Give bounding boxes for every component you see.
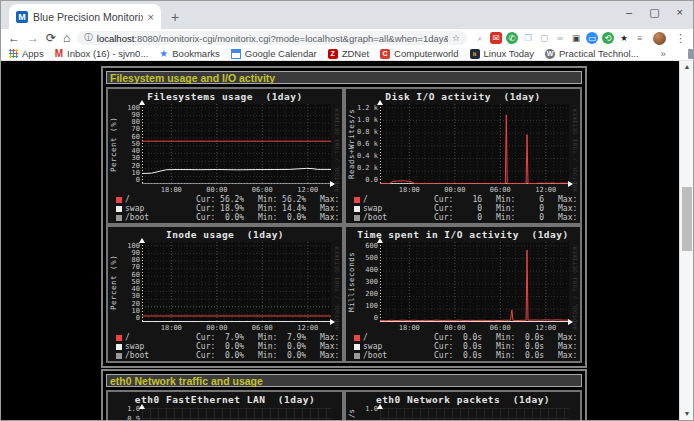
rrdtool-watermark: RRDTOOL / TOBI OETIKER xyxy=(334,108,340,192)
tab-close-icon[interactable]: × xyxy=(148,11,154,23)
y-tick: 30 xyxy=(116,155,140,162)
x-tick: 00:00 xyxy=(444,186,465,194)
x-axis-arrow-icon xyxy=(330,181,335,187)
chart-eth0-packets[interactable]: eth0 Network packets (1day) /s 1.0 xyxy=(346,392,580,420)
bookmark-label: Google Calendar xyxy=(245,48,317,59)
page-viewport: Filesystem usage and I/O activity Filesy… xyxy=(1,61,693,420)
bookmark-item[interactable]: Apps xyxy=(9,48,44,59)
home-button[interactable]: ⌂ xyxy=(63,32,70,44)
legend-row: /bootCur: 0.0%Min: 0.0%Max: 0.0% xyxy=(116,352,338,361)
chart-disk-io-activity[interactable]: Disk I/O activity (1day)Reads+Writes/s0.… xyxy=(346,89,580,223)
chart-eth0-traffic[interactable]: eth0 FastEthernet LAN (1day) 1.0 0.9 xyxy=(108,392,342,420)
charts-grid-filesystem: Filesystems usage (1day)Percent (%)01020… xyxy=(106,87,582,363)
page-scrollbar[interactable]: ▲ ▼ xyxy=(679,61,693,420)
y-tick: 80 xyxy=(116,119,140,126)
x-tick: 00:00 xyxy=(444,324,465,332)
profile-avatar[interactable] xyxy=(653,32,666,45)
rrdtool-watermark: RRDTOOL / TOBI OETIKER xyxy=(334,246,340,330)
legend-swatch xyxy=(354,344,360,350)
site-info-icon[interactable]: ⓘ xyxy=(84,32,93,44)
y-tick: 0.8 k xyxy=(354,128,378,135)
ext-mail-icon[interactable]: ✉ xyxy=(490,32,502,44)
chart-time-spent-io[interactable]: Time spent in I/O activity (1day)Millise… xyxy=(346,227,580,361)
url-text[interactable]: localhost:8080/monitorix-cgi/monitorix.c… xyxy=(97,33,448,44)
chart-svg xyxy=(380,104,569,184)
ext-pages-icon[interactable]: ❐ xyxy=(522,32,534,44)
chart-legend: /Cur: 7.9%Min: 7.9%Max: 7.9%swapCur: 0.0… xyxy=(108,333,342,361)
legend-value: Min: 0 xyxy=(496,214,558,223)
other-bookmarks-button[interactable]: Other bookmarks xyxy=(688,48,694,59)
section-network: eth0 Network traffic and usage eth0 Fast… xyxy=(101,369,587,420)
chart-inode-usage[interactable]: Inode usage (1day)Percent (%)01020304050… xyxy=(108,227,342,361)
legend-value: Cur: 0 xyxy=(434,214,496,223)
ext-search-icon[interactable]: ⌕ xyxy=(474,32,486,44)
legend-value: Cur: 0.0% xyxy=(196,214,258,223)
new-tab-button[interactable]: + xyxy=(171,10,179,24)
bookmark-item[interactable]: Google Calendar xyxy=(231,48,317,59)
section-title-filesystem: Filesystem usage and I/O activity xyxy=(106,71,582,84)
y-tick: 0.0 xyxy=(354,177,378,184)
minimize-button[interactable]: – xyxy=(626,6,632,19)
ext-gray-box-icon[interactable]: ▢ xyxy=(538,32,550,44)
ext-voice-icon[interactable]: ✆ xyxy=(506,32,518,44)
y-tick: 50 xyxy=(116,278,140,285)
series-swap xyxy=(142,168,331,173)
x-tick: 12:00 xyxy=(535,186,556,194)
browser-tab[interactable]: M Blue Precision Monitorix × xyxy=(9,4,161,29)
tab-title: Blue Precision Monitorix xyxy=(33,11,143,23)
x-tick: 12:00 xyxy=(535,324,556,332)
browser-window: M Blue Precision Monitorix × + – ▢ × ← →… xyxy=(0,0,694,421)
ext-dark-app-icon[interactable]: ▣ xyxy=(570,32,582,44)
browser-menu-icon[interactable]: ⋮ xyxy=(675,32,686,45)
scrollbar-thumb[interactable] xyxy=(682,187,692,251)
y-tick: 0 xyxy=(116,315,140,322)
y-tick: 1.2 k xyxy=(354,104,378,111)
bookmark-item[interactable]: ZZDNet xyxy=(328,48,369,59)
bookmarks-overflow-chevron[interactable]: » xyxy=(661,48,666,59)
y-tick: 1.0 xyxy=(116,405,140,413)
scroll-down-arrow-icon[interactable]: ▼ xyxy=(680,408,693,420)
legend-name: /boot xyxy=(354,214,434,223)
y-axis-arrow-icon xyxy=(377,100,383,105)
bookmark-star-icon[interactable]: ☆ xyxy=(452,33,460,43)
url-bar[interactable]: ⓘ localhost:8080/monitorix-cgi/monitorix… xyxy=(77,31,467,45)
legend-swatch xyxy=(354,353,360,359)
x-tick: 06:00 xyxy=(490,324,511,332)
browser-toolbar: ← → ⟳ ⌂ ⓘ localhost:8080/monitorix-cgi/m… xyxy=(1,29,693,47)
bookmark-item[interactable]: WPractical Technol... xyxy=(545,48,639,59)
y-tick: 80 xyxy=(116,257,140,264)
ext-pin-icon[interactable]: ★ xyxy=(618,32,630,44)
bookmark-item[interactable]: ★Bookmarks xyxy=(159,48,219,59)
scroll-up-arrow-icon[interactable]: ▲ xyxy=(680,61,693,73)
ext-green-sync-icon[interactable]: ⟲ xyxy=(602,32,614,44)
close-button[interactable]: × xyxy=(677,6,683,19)
reload-button[interactable]: ⟳ xyxy=(46,32,56,44)
maximize-button[interactable]: ▢ xyxy=(649,6,659,19)
ext-list-icon[interactable]: ≡ xyxy=(634,32,646,44)
y-tick: 500 xyxy=(354,254,378,261)
ext-blue-app-icon[interactable]: ▭ xyxy=(586,32,598,44)
y-tick: 20 xyxy=(116,162,140,169)
chart-filesystems-usage[interactable]: Filesystems usage (1day)Percent (%)01020… xyxy=(108,89,342,223)
forward-button[interactable]: → xyxy=(27,32,39,44)
x-tick: 18:00 xyxy=(399,186,420,194)
legend-value: Min: 0.0s xyxy=(496,352,558,361)
legend-value: Min: 0.0% xyxy=(258,214,320,223)
y-axis-arrow-icon xyxy=(139,404,145,409)
plot-canvas xyxy=(142,242,331,322)
y-tick: 90 xyxy=(116,249,140,256)
bookmark-item[interactable]: MInbox (16) - sjvn0... xyxy=(55,48,149,59)
ext-glasses-icon[interactable]: ∞ xyxy=(554,32,566,44)
bookmark-item[interactable]: ltLinux Today xyxy=(470,48,535,59)
window-controls: – ▢ × xyxy=(626,6,683,19)
x-tick: 12:00 xyxy=(297,324,318,332)
rrdtool-watermark: RRDTOOL / TOBI OETIKER xyxy=(572,108,578,192)
zdnet-icon: Z xyxy=(328,49,338,59)
back-button[interactable]: ← xyxy=(8,32,20,44)
legend-value: Max: 0.0s xyxy=(558,352,580,361)
bookmark-label: Practical Technol... xyxy=(559,48,639,59)
x-axis-arrow-icon xyxy=(330,319,335,325)
x-tick: 06:00 xyxy=(252,324,273,332)
bookmark-item[interactable]: CComputerworld xyxy=(380,48,458,59)
legend-series-name: /boot xyxy=(125,352,149,361)
